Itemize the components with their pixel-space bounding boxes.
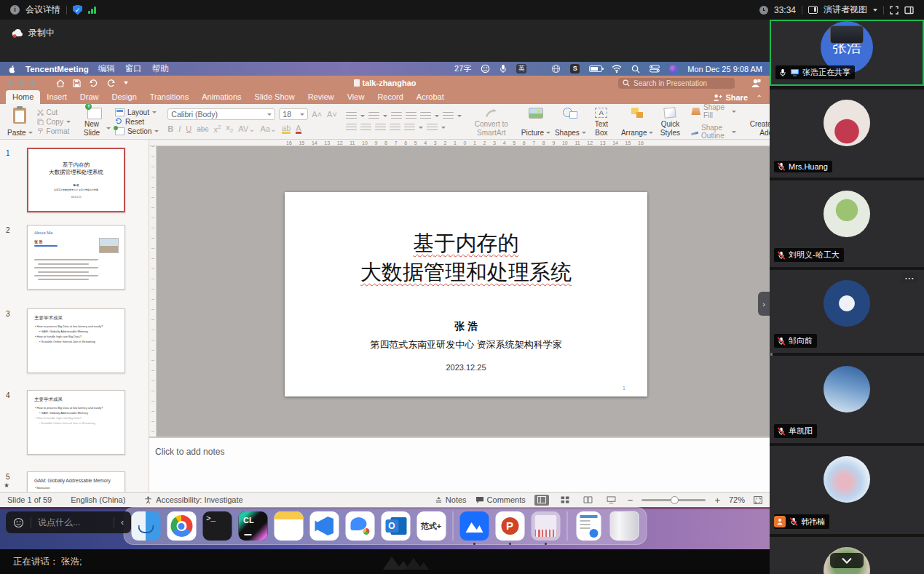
underline-button[interactable]: U [186, 124, 191, 133]
reset-button[interactable]: Reset [115, 118, 159, 126]
participant-tile-张浩[interactable]: 张浩张浩正在共享 [770, 20, 924, 86]
align-right-icon[interactable] [375, 124, 386, 132]
slide-canvas[interactable]: 基于内存的 大数据管理和处理系统 张 浩 第四范式东南亚研发中心 资深系统架构科… [157, 146, 770, 437]
slide-thumbnail-3[interactable]: 主要学术成果• How to process Big Data at low l… [27, 308, 125, 373]
tab-record[interactable]: Record [371, 90, 409, 104]
arrange-button[interactable]: Arrange [621, 106, 654, 137]
zoom-out-button[interactable]: − [628, 495, 633, 506]
save-icon[interactable] [73, 79, 81, 87]
info-icon[interactable]: i [10, 5, 20, 15]
picture-button[interactable]: Picture [521, 106, 550, 137]
strikethrough-button[interactable]: abc [197, 125, 208, 133]
slide-thumbnail-5[interactable]: GAM: Globally Addressable Memory• Motiva… [27, 471, 125, 492]
shape-fill-button[interactable]: Shape Fill [691, 104, 736, 119]
dock-chat-icon[interactable] [345, 511, 374, 541]
emoji-picker-icon[interactable] [481, 64, 490, 73]
grow-shrink-font-buttons[interactable]: A˄A˅ [312, 108, 337, 120]
notes-toggle-button[interactable]: Notes [435, 495, 467, 504]
share-button[interactable]: Share [713, 93, 748, 102]
font-color-button[interactable]: A [296, 124, 301, 134]
shapes-button[interactable]: Shapes [555, 106, 586, 137]
dock-finder-icon[interactable] [131, 511, 160, 541]
participant-tile-刘明义-哈工大[interactable]: 刘明义-哈工大 [770, 180, 924, 267]
text-box-button[interactable]: AText Box [591, 106, 612, 137]
columns-icon[interactable] [404, 124, 415, 132]
new-slide-button[interactable]: New Slide [79, 106, 111, 137]
dictation-mic-icon[interactable] [499, 64, 507, 73]
subscript-button[interactable]: x2 [226, 123, 233, 134]
increase-indent-icon[interactable] [406, 112, 416, 120]
tab-draw[interactable]: Draw [74, 90, 106, 104]
quick-access-dropdown-icon[interactable] [124, 81, 128, 84]
dock-monitor-icon[interactable] [531, 511, 560, 541]
control-center-icon[interactable] [649, 65, 660, 73]
participant-tile-邹向前[interactable]: 邹向前⋯ [770, 270, 924, 353]
slide-thumbnail-1[interactable]: 基于内存的大数据管理和处理系统张 浩第四范式东南亚研发中心 资深系统架构科学家2… [27, 148, 125, 212]
format-painter-button[interactable]: Format [37, 127, 71, 135]
battery-icon[interactable] [589, 65, 602, 72]
globe-icon[interactable] [551, 64, 561, 73]
zoom-in-button[interactable]: + [714, 495, 720, 506]
bullets-icon[interactable] [346, 112, 357, 120]
dock-clion-icon[interactable]: CL [238, 511, 267, 541]
collapse-videos-button[interactable] [830, 553, 864, 568]
bold-button[interactable]: B [167, 124, 173, 133]
menubar-app-name[interactable]: TencentMeeting [25, 65, 89, 73]
comments-toggle-button[interactable]: Comments [475, 495, 526, 504]
tab-acrobat[interactable]: Acrobat [410, 90, 451, 104]
line-spacing-icon[interactable] [420, 112, 431, 120]
home-icon[interactable] [56, 79, 65, 87]
dock-trash-icon[interactable] [609, 511, 639, 541]
minimize-window-button[interactable] [18, 80, 25, 87]
convert-smartart-button[interactable]: Convert to SmartArt [470, 106, 513, 137]
paste-button[interactable]: Paste [7, 106, 33, 137]
dock-meeting-icon[interactable] [459, 511, 489, 541]
decrease-indent-icon[interactable] [391, 112, 402, 120]
notes-pane[interactable]: Click to add notes [149, 437, 770, 492]
tab-design[interactable]: Design [106, 90, 143, 104]
sidebyside-window-icon[interactable] [904, 6, 914, 15]
slide-thumbnail-4[interactable]: 主要学术成果• How to process Big Data at low l… [27, 390, 125, 455]
dock-paradigm-icon[interactable]: 范式+ [416, 511, 446, 541]
highlight-color-button[interactable]: ab [282, 124, 291, 134]
zoom-slider[interactable] [641, 499, 706, 501]
chat-input-bar[interactable]: 说点什么... ‹ [6, 511, 131, 533]
fullscreen-icon[interactable] [890, 6, 899, 15]
dock-notes-icon[interactable] [274, 511, 303, 541]
adobe-pdf-button[interactable]: Create and Share Adobe PDF [745, 106, 770, 137]
participant-tile-Mrs.Huang[interactable]: Mrs.Huang [770, 89, 924, 178]
wifi-icon[interactable] [612, 65, 622, 73]
collapse-ribbon-chevron-icon[interactable]: ⌃ [757, 94, 762, 102]
redo-icon[interactable] [106, 79, 116, 87]
dock-outlook-icon[interactable] [381, 511, 410, 541]
char-spacing-button[interactable]: AV⌄ [238, 124, 255, 134]
spotlight-search-icon[interactable] [631, 65, 640, 73]
dock-powerpoint-icon[interactable] [495, 511, 524, 541]
tab-home[interactable]: Home [6, 90, 40, 104]
align-text-icon[interactable] [427, 124, 438, 132]
font-name-select[interactable]: Calibri (Body) [167, 108, 275, 120]
tab-transitions[interactable]: Transitions [143, 90, 195, 104]
copy-button[interactable]: Copy [37, 118, 71, 126]
align-left-icon[interactable] [346, 124, 357, 132]
slide-sorter-view-button[interactable] [558, 495, 572, 506]
slide-thumbnail-panel[interactable]: 1基于内存的大数据管理和处理系统张 浩第四范式东南亚研发中心 资深系统架构科学家… [0, 140, 149, 492]
section-button[interactable]: Section [115, 127, 159, 135]
macos-menu-1[interactable]: 窗口 [125, 63, 142, 74]
zoom-window-button[interactable] [29, 80, 36, 87]
align-center-icon[interactable] [360, 124, 371, 132]
chat-emoji-icon[interactable] [13, 517, 24, 528]
cut-button[interactable]: Cut [37, 108, 71, 116]
participant-tile-韩祎楠[interactable]: 韩祎楠 [770, 446, 924, 534]
language-button[interactable]: English (China) [71, 495, 125, 504]
view-mode-dropdown[interactable]: 演讲者视图 [824, 4, 867, 16]
tab-insert[interactable]: Insert [40, 90, 74, 104]
participant-tile-partial[interactable] [770, 537, 924, 574]
reading-view-button[interactable] [581, 495, 596, 506]
more-options-button[interactable]: ⋯ [901, 273, 918, 283]
normal-view-button[interactable] [534, 495, 549, 506]
numbering-icon[interactable] [368, 112, 379, 120]
sidebar-collapse-handle[interactable]: › [758, 292, 770, 316]
macos-menu-2[interactable]: 帮助 [152, 63, 169, 74]
participant-tile-单凯阳[interactable]: 单凯阳 [770, 356, 924, 443]
